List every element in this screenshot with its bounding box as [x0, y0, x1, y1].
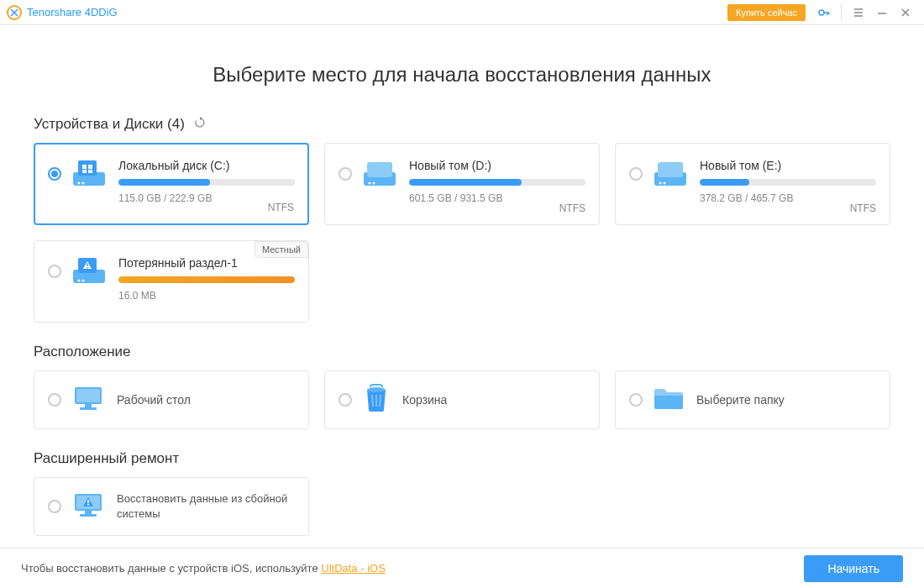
svg-rect-26: [85, 404, 92, 407]
svg-rect-32: [87, 504, 89, 506]
drive-card-lost-partition[interactable]: Местный Потерянный раздел-1 16.0 MB: [34, 240, 309, 323]
svg-point-19: [78, 280, 81, 282]
svg-rect-31: [87, 500, 89, 503]
svg-rect-13: [367, 162, 392, 177]
svg-point-4: [82, 182, 85, 185]
minimize-button[interactable]: [870, 3, 894, 23]
location-choose-folder[interactable]: Выберите папку: [615, 370, 890, 429]
svg-rect-7: [88, 165, 92, 169]
menu-button[interactable]: [847, 3, 870, 23]
location-title: Расположение: [34, 344, 131, 360]
filesystem-label: NTFS: [850, 202, 876, 214]
trash-icon: [362, 383, 391, 417]
drive-icon: [653, 159, 688, 192]
filesystem-label: NTFS: [559, 202, 585, 214]
svg-rect-34: [80, 514, 97, 517]
repair-grid: Восстановить данные из сбойной системы: [34, 477, 890, 536]
drive-name: Локальный диск (C:): [118, 159, 295, 172]
repair-section-header: Расширенный ремонт: [34, 450, 890, 467]
radio-icon: [629, 167, 643, 181]
drives-grid: Локальный диск (C:) 115.0 GB / 222.9 GB …: [34, 143, 890, 323]
windows-drive-icon: [71, 159, 107, 192]
svg-point-1: [819, 10, 824, 15]
refresh-icon[interactable]: [193, 116, 207, 133]
main-content: Выберите место для начала восстановления…: [0, 25, 924, 548]
svg-rect-6: [82, 165, 87, 169]
svg-rect-8: [82, 170, 87, 173]
svg-rect-25: [76, 389, 100, 402]
svg-rect-33: [85, 511, 92, 514]
radio-icon: [48, 265, 61, 278]
repair-title: Расширенный ремонт: [34, 450, 179, 467]
svg-point-3: [78, 182, 81, 185]
desktop-icon: [71, 384, 105, 416]
usage-bar: [409, 179, 585, 186]
crashed-system-icon: [71, 491, 105, 522]
footer-text: Чтобы восстановить данные с устройств iO…: [21, 562, 386, 575]
radio-icon: [339, 393, 352, 407]
local-badge: Местный: [255, 241, 308, 258]
app-logo-icon: [7, 5, 22, 20]
location-grid: Рабочий стол Корзина Выберите папку: [34, 370, 890, 429]
svg-rect-5: [78, 160, 97, 176]
drive-name: Потерянный раздел-1: [118, 256, 295, 270]
location-label: Выберите папку: [696, 393, 785, 407]
radio-icon: [339, 167, 352, 181]
app-title: Tenorshare 4DDiG: [27, 6, 118, 18]
location-trash[interactable]: Корзина: [324, 370, 600, 429]
drive-icon: [362, 159, 397, 192]
drive-card-e[interactable]: Новый том (E:) 378.2 GB / 465.7 GB NTFS: [615, 143, 890, 225]
devices-title: Устройства и Диски (4): [34, 116, 185, 133]
start-button[interactable]: Начинать: [804, 555, 903, 582]
drive-name: Новый том (E:): [700, 159, 876, 172]
page-title: Выберите место для начала восстановления…: [34, 63, 890, 87]
titlebar: Tenorshare 4DDiG Купить сейчас: [0, 0, 924, 25]
svg-point-15: [659, 182, 662, 185]
svg-rect-17: [658, 162, 683, 177]
drive-size: 16.0 MB: [118, 290, 295, 302]
location-desktop[interactable]: Рабочий стол: [34, 370, 309, 429]
repair-crashed-system[interactable]: Восстановить данные из сбойной системы: [34, 477, 309, 536]
usage-bar: [118, 179, 295, 186]
usage-bar: [700, 179, 876, 186]
location-label: Корзина: [402, 393, 447, 407]
svg-point-20: [82, 280, 85, 282]
svg-rect-27: [80, 407, 97, 410]
svg-rect-22: [87, 264, 87, 267]
footer: Чтобы восстановить данные с устройств iO…: [0, 548, 924, 588]
usage-bar: [118, 276, 295, 283]
svg-point-12: [373, 182, 375, 185]
radio-icon: [48, 167, 61, 181]
svg-point-16: [664, 182, 666, 185]
warning-drive-icon: [71, 256, 107, 290]
drive-card-d[interactable]: Новый том (D:) 601.5 GB / 931.5 GB NTFS: [324, 143, 600, 225]
buy-now-button[interactable]: Купить сейчас: [727, 4, 806, 21]
svg-rect-9: [88, 170, 92, 173]
repair-label: Восстановить данные из сбойной системы: [117, 491, 295, 522]
folder-icon: [653, 386, 685, 414]
radio-icon: [629, 393, 643, 407]
drive-card-c[interactable]: Локальный диск (C:) 115.0 GB / 222.9 GB …: [34, 143, 309, 225]
radio-icon: [48, 500, 61, 513]
svg-point-28: [367, 387, 386, 392]
location-section-header: Расположение: [34, 344, 890, 360]
svg-rect-23: [87, 267, 87, 268]
devices-section-header: Устройства и Диски (4): [34, 116, 890, 133]
location-label: Рабочий стол: [117, 393, 191, 407]
ultdata-link[interactable]: UltData - iOS: [321, 562, 386, 575]
svg-point-11: [369, 182, 371, 185]
filesystem-label: NTFS: [268, 202, 294, 213]
activation-key-button[interactable]: [812, 3, 836, 23]
close-button[interactable]: [894, 3, 917, 23]
drive-name: Новый том (D:): [409, 159, 585, 172]
radio-icon: [48, 393, 61, 407]
